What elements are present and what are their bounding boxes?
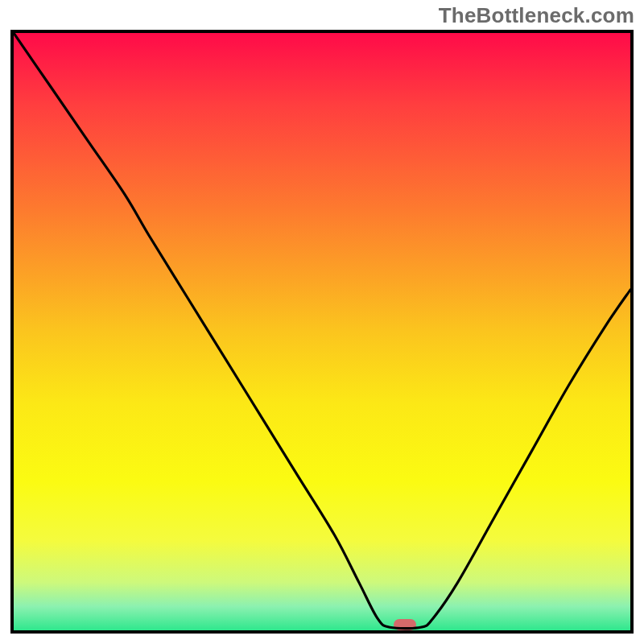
watermark-text: TheBottleneck.com: [439, 3, 634, 28]
chart-container: TheBottleneck.com: [0, 0, 644, 644]
bottleneck-curve: [14, 33, 630, 630]
plot-frame: [10, 30, 634, 634]
